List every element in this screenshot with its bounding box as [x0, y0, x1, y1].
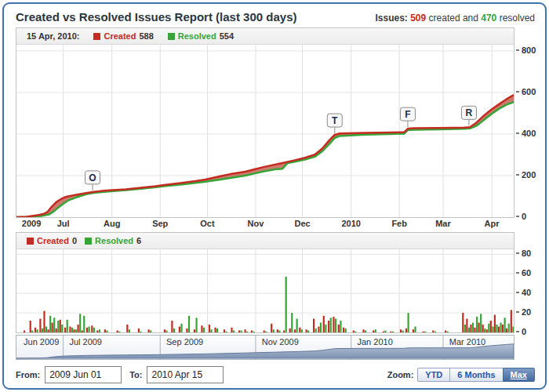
- issues-resolved-count: 470: [481, 13, 496, 24]
- zoom-max-button[interactable]: Max: [503, 368, 535, 382]
- created-swatch-icon: [93, 33, 100, 40]
- zoom-ytd-button[interactable]: YTD: [417, 368, 450, 382]
- x-tick-label: Jul: [57, 219, 70, 228]
- x-tick-label: Sep: [152, 219, 168, 228]
- zoom-controls: Zoom: YTD 6 Months Max: [387, 368, 535, 382]
- report-title: Created vs Resolved Issues Report (last …: [16, 10, 297, 24]
- cumulative-y-axis: 0200400600800: [516, 27, 549, 218]
- resolved-legend-label: Resolved: [178, 31, 216, 41]
- from-date-input[interactable]: [45, 366, 122, 383]
- daily-plot[interactable]: [16, 249, 514, 332]
- navigator-label: Jun 2009: [24, 337, 59, 347]
- range-navigator[interactable]: Jun 2009Jul 2009Sep 2009Nov 2009Jan 2010…: [16, 335, 514, 360]
- y-tick-label: 40: [516, 288, 531, 297]
- resolved-legend-value: 554: [220, 31, 234, 41]
- navigator-label: Mar 2010: [449, 337, 485, 347]
- resolved-swatch-icon: [168, 33, 175, 40]
- navigator-label: Sep 2009: [166, 337, 203, 347]
- y-tick-label: 20: [516, 307, 531, 317]
- y-tick-label: 400: [516, 129, 536, 138]
- issues-label: Issues:: [375, 13, 407, 24]
- x-tick-label: 2010: [341, 219, 360, 228]
- x-tick-label: Oct: [200, 219, 214, 228]
- flag-R[interactable]: R: [461, 106, 476, 125]
- svg-text:T: T: [332, 115, 338, 126]
- x-tick-label: Apr: [485, 219, 500, 228]
- x-tick-label: Mar: [435, 219, 451, 228]
- between-area: [16, 95, 514, 217]
- issues-summary: Issues: 509 created and 470 resolved: [375, 13, 535, 24]
- report-header: Created vs Resolved Issues Report (last …: [11, 9, 538, 27]
- cumulative-plot[interactable]: OTFR: [16, 45, 514, 217]
- x-tick-label: Nov: [248, 219, 264, 228]
- report-frame: Created vs Resolved Issues Report (last …: [2, 2, 547, 390]
- y-tick-label: 600: [516, 87, 536, 96]
- y-tick-label: 0: [516, 212, 526, 221]
- to-date-input[interactable]: [147, 366, 224, 383]
- daily-chart-section: Created 0 Resolved 6 020406080: [16, 232, 538, 333]
- to-label: To:: [129, 370, 142, 379]
- legend-date: 15 Apr, 2010:: [27, 31, 79, 41]
- x-tick-label: Aug: [104, 219, 120, 228]
- x-tick-label: 2009: [22, 219, 41, 228]
- daily-legend: Created 0 Resolved 6: [16, 233, 514, 249]
- navigator-svg[interactable]: Jun 2009Jul 2009Sep 2009Nov 2009Jan 2010…: [16, 336, 514, 359]
- daily-bars: [24, 277, 514, 332]
- footer-controls: From: To: Zoom: YTD 6 Months Max: [16, 366, 536, 383]
- navigator-label: Jan 2010: [357, 337, 392, 347]
- x-tick-label: Dec: [294, 219, 310, 228]
- svg-text:F: F: [405, 109, 410, 120]
- y-tick-label: 800: [516, 45, 536, 55]
- daily-chart-box: Created 0 Resolved 6: [16, 232, 514, 333]
- y-tick-label: 60: [516, 268, 531, 278]
- y-tick-label: 0: [516, 327, 526, 336]
- date-range-controls: From: To:: [16, 366, 231, 383]
- navigator-label: Nov 2009: [262, 337, 299, 347]
- from-label: From:: [16, 370, 40, 379]
- cumulative-chart-box: 15 Apr, 2010: Created 588 Resolved 554 O…: [16, 27, 514, 218]
- daily-y-axis: 020406080: [516, 232, 549, 333]
- y-tick-label: 80: [516, 249, 531, 258]
- zoom-label: Zoom:: [387, 370, 414, 379]
- x-tick-label: Feb: [391, 219, 407, 228]
- created-legend-label: Created: [37, 236, 69, 245]
- created-swatch-icon: [27, 238, 34, 245]
- issues-resolved-suffix: resolved: [500, 13, 535, 24]
- resolved-legend-label: Resolved: [95, 236, 133, 245]
- created-line: [16, 95, 514, 217]
- cumulative-chart-section: 15 Apr, 2010: Created 588 Resolved 554 O…: [16, 27, 538, 218]
- cumulative-legend: 15 Apr, 2010: Created 588 Resolved 554: [16, 28, 514, 45]
- svg-text:R: R: [466, 107, 473, 118]
- flag-T[interactable]: T: [327, 114, 342, 133]
- resolved-swatch-icon: [85, 238, 92, 245]
- daily-chart-svg[interactable]: [16, 249, 514, 332]
- resolved-line: [16, 102, 514, 217]
- issues-created-suffix: created and: [429, 13, 478, 24]
- created-legend-value: 588: [139, 31, 153, 41]
- created-legend-label: Created: [104, 31, 136, 41]
- y-tick-label: 200: [516, 170, 536, 180]
- created-legend-value: 0: [72, 236, 77, 245]
- cumulative-chart-svg[interactable]: OTFR: [16, 45, 514, 217]
- flag-F[interactable]: F: [400, 107, 415, 127]
- resolved-legend-value: 6: [136, 236, 141, 245]
- cumulative-x-axis: 2009JulAugSepOctNovDec2010FebMarApr: [16, 218, 514, 230]
- svg-text:O: O: [89, 172, 96, 183]
- navigator-label: Jul 2009: [69, 337, 102, 347]
- zoom-6months-button[interactable]: 6 Months: [449, 368, 503, 382]
- issues-created-count: 509: [410, 13, 426, 24]
- flag-O[interactable]: O: [85, 171, 100, 191]
